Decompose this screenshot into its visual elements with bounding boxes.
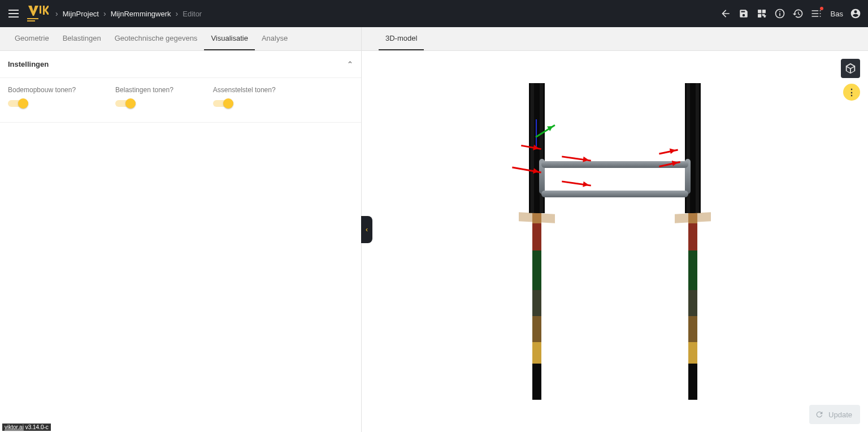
svg-rect-2 bbox=[758, 10, 761, 12]
load-arrow bbox=[659, 149, 678, 154]
section-instellingen-body: Bodemopbouw tonen? Belastingen tonen? As… bbox=[0, 78, 361, 123]
app-logo[interactable] bbox=[27, 5, 49, 23]
view-cube-button[interactable] bbox=[841, 59, 860, 78]
toggle-switch-bodemopbouw[interactable] bbox=[8, 98, 28, 109]
user-name[interactable]: Bas bbox=[831, 10, 843, 18]
section-instellingen-header[interactable]: Instellingen ⌃ bbox=[0, 51, 361, 78]
pile-right bbox=[685, 83, 701, 400]
toggle-belastingen: Belastingen tonen? bbox=[115, 86, 173, 109]
toggle-bodemopbouw: Bodemopbouw tonen? bbox=[8, 86, 76, 109]
toggle-label: Belastingen tonen? bbox=[115, 86, 173, 94]
breadcrumb-entity[interactable]: MijnRemmingwerk bbox=[111, 10, 171, 18]
3d-structure bbox=[502, 83, 728, 400]
chevron-right-icon: › bbox=[176, 9, 179, 18]
axis-z bbox=[536, 119, 537, 146]
toggle-label: Bodemopbouw tonen? bbox=[8, 86, 76, 94]
breadcrumb: › MijnProject › MijnRemmingwerk › Editor bbox=[55, 9, 202, 18]
pile-left bbox=[529, 83, 545, 400]
chevron-up-icon: ⌃ bbox=[347, 60, 353, 68]
update-label: Update bbox=[828, 411, 852, 419]
tab-3d-model[interactable]: 3D-model bbox=[379, 27, 424, 50]
refresh-icon bbox=[815, 410, 824, 419]
toggle-assenstelsel: Assenstelstel tonen? bbox=[213, 86, 276, 109]
chevron-right-icon: › bbox=[103, 9, 106, 18]
toggle-label: Assenstelstel tonen? bbox=[213, 86, 276, 94]
viewport-more-button[interactable]: ⋮ bbox=[843, 84, 860, 101]
tab-geotechnische[interactable]: Geotechnische gegevens bbox=[108, 27, 205, 50]
tasks-icon[interactable] bbox=[810, 8, 822, 19]
right-panel: 3D-model ‹ bbox=[362, 27, 868, 432]
footer-version: viktor.ai v3.14.0-c bbox=[2, 424, 51, 431]
svg-rect-4 bbox=[758, 15, 761, 18]
back-icon[interactable] bbox=[720, 8, 731, 19]
tab-geometrie[interactable]: Geometrie bbox=[8, 27, 56, 50]
history-icon[interactable] bbox=[792, 8, 804, 19]
svg-rect-1 bbox=[27, 20, 35, 21]
footer-version-text: v3.14.0-c bbox=[25, 424, 49, 430]
toggle-switch-belastingen[interactable] bbox=[115, 98, 136, 109]
top-bar-left: › MijnProject › MijnRemmingwerk › Editor bbox=[7, 5, 202, 23]
info-icon[interactable] bbox=[774, 8, 785, 19]
footer-link[interactable]: viktor.ai bbox=[5, 424, 24, 430]
tab-analyse[interactable]: Analyse bbox=[255, 27, 294, 50]
update-button[interactable]: Update bbox=[809, 405, 860, 424]
more-vert-icon: ⋮ bbox=[847, 87, 857, 98]
tab-visualisatie[interactable]: Visualisatie bbox=[204, 27, 255, 50]
section-title: Instellingen bbox=[8, 60, 49, 68]
right-tabs: 3D-model bbox=[362, 27, 868, 51]
apps-icon[interactable] bbox=[756, 8, 767, 19]
chevron-right-icon: › bbox=[55, 9, 58, 18]
account-icon[interactable] bbox=[850, 8, 861, 19]
breadcrumb-page: Editor bbox=[183, 10, 202, 18]
3d-viewport[interactable] bbox=[362, 51, 868, 432]
left-panel: Geometrie Belastingen Geotechnische gege… bbox=[0, 27, 362, 432]
toggle-switch-assenstelsel[interactable] bbox=[213, 98, 233, 109]
svg-rect-0 bbox=[27, 18, 38, 19]
menu-icon[interactable] bbox=[7, 7, 20, 20]
main-area: Geometrie Belastingen Geotechnische gege… bbox=[0, 27, 868, 432]
top-bar: › MijnProject › MijnRemmingwerk › Editor… bbox=[0, 0, 868, 27]
top-bar-right: Bas bbox=[720, 8, 861, 19]
breadcrumb-project[interactable]: MijnProject bbox=[63, 10, 99, 18]
beam-bottom bbox=[541, 191, 688, 197]
notification-dot bbox=[820, 7, 823, 10]
svg-rect-3 bbox=[762, 10, 765, 12]
save-icon[interactable] bbox=[738, 8, 749, 19]
tab-belastingen[interactable]: Belastingen bbox=[56, 27, 108, 50]
load-arrow bbox=[562, 180, 591, 186]
left-tabs: Geometrie Belastingen Geotechnische gege… bbox=[0, 27, 361, 51]
